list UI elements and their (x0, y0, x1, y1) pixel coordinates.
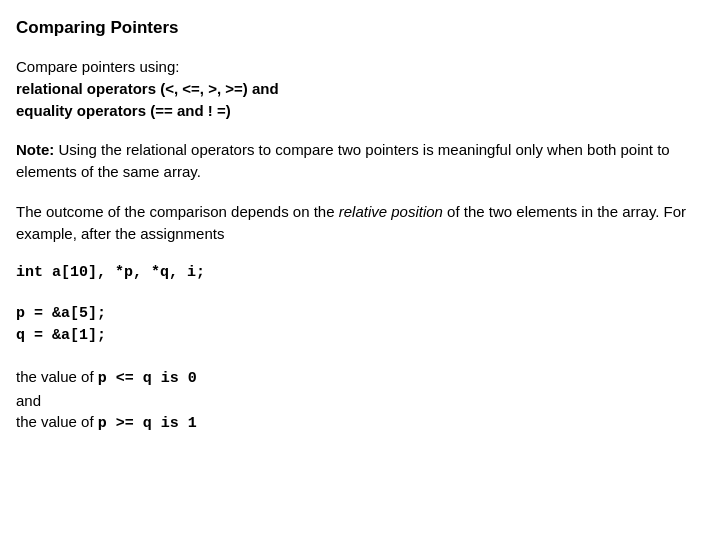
note-label: Note: (16, 141, 54, 158)
outcome-text1: The outcome of the comparison depends on… (16, 203, 339, 220)
result-section: the value of p <= q is 0 and the value o… (16, 366, 704, 435)
result-line1-prefix: the value of (16, 368, 98, 385)
code-line-q: q = &a[1]; (16, 327, 106, 344)
intro-line3: equality operators (== and ! =) (16, 102, 231, 119)
intro-line2: relational operators (<, <=, >, >=) and (16, 80, 279, 97)
result-line3-code: p >= q is 1 (98, 415, 197, 432)
intro-line1: Compare pointers using: (16, 58, 179, 75)
outcome-italic: relative position (339, 203, 443, 220)
result-line3-prefix: the value of (16, 413, 98, 430)
code-line-p: p = &a[5]; (16, 305, 106, 322)
intro-section: Compare pointers using: relational opera… (16, 56, 704, 121)
note-section: Note: Using the relational operators to … (16, 139, 704, 183)
result-line1-code: p <= q is 0 (98, 370, 197, 387)
code-block-1: int a[10], *p, *q, i; (16, 262, 704, 285)
outcome-section: The outcome of the comparison depends on… (16, 201, 704, 245)
page-title: Comparing Pointers (16, 18, 704, 38)
code-block-2: p = &a[5]; q = &a[1]; (16, 303, 704, 348)
code-line-declaration: int a[10], *p, *q, i; (16, 264, 205, 281)
result-line2: and (16, 392, 41, 409)
note-text: Using the relational operators to compar… (16, 141, 670, 180)
